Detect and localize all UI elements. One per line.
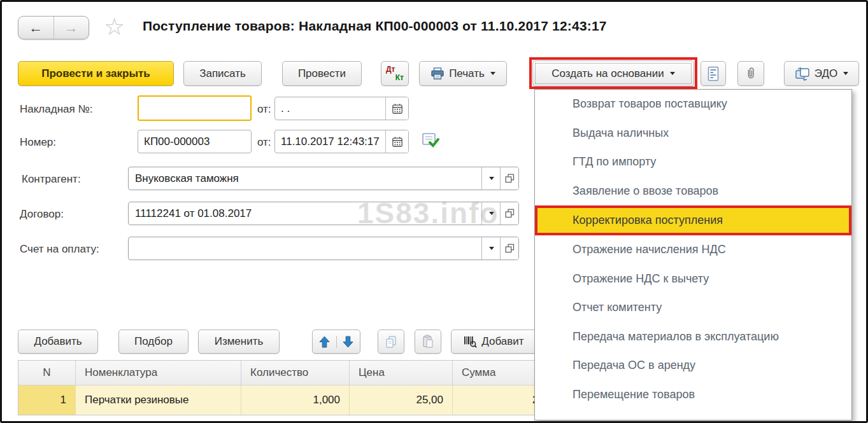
- window-goods-receipt: ← → ☆ Поступление товаров: Накладная КП0…: [0, 0, 868, 423]
- invoice-date-from-label: от:: [257, 103, 271, 116]
- number-date-calendar-button[interactable]: [385, 130, 408, 153]
- create-based-on-label: Создать на основании: [551, 67, 664, 80]
- blue-arrow-down-icon: [343, 336, 353, 348]
- counterparty-open-button[interactable]: [500, 167, 518, 190]
- arrow-left-icon: ←: [29, 20, 43, 36]
- attachments-button[interactable]: [737, 61, 764, 86]
- menu-item-receipt-adjustment[interactable]: Корректировка поступления: [535, 205, 851, 235]
- payment-invoice-input[interactable]: [129, 237, 481, 260]
- paste-row-button[interactable]: [415, 329, 441, 354]
- post-and-close-label: Провести и закрыть: [41, 67, 150, 80]
- number-date-from-label: от:: [257, 136, 271, 149]
- contract-open-button[interactable]: [500, 202, 518, 225]
- menu-item-vat-deduction[interactable]: Отражение НДС к вычету: [535, 265, 851, 294]
- create-based-on-menu: Возврат товаров поставщику Выдача наличн…: [534, 89, 852, 420]
- number-label: Номер:: [20, 136, 56, 149]
- menu-item-label: Выдача наличных: [573, 127, 669, 140]
- counterparty-dropdown-button[interactable]: [481, 167, 500, 190]
- print-label: Печать: [449, 67, 485, 80]
- menu-item-label: Перемещение товаров: [573, 388, 695, 401]
- page-title: Поступление товаров: Накладная КП00-0000…: [143, 18, 607, 34]
- payment-invoice-dropdown-button[interactable]: [481, 237, 500, 260]
- printer-icon: [430, 67, 445, 80]
- row-pick-button[interactable]: Подбор: [118, 329, 189, 354]
- payment-invoice-combo: [128, 237, 519, 260]
- menu-item-consignor-report[interactable]: Отчет комитенту: [535, 293, 851, 322]
- column-header-nomenclature[interactable]: Номенклатура: [76, 361, 241, 385]
- back-button[interactable]: ←: [18, 17, 54, 39]
- forward-button[interactable]: →: [54, 17, 89, 39]
- invoice-date-calendar-button[interactable]: [385, 97, 408, 120]
- menu-item-label: Отражение начисления НДС: [573, 243, 726, 256]
- arrow-right-icon: →: [64, 20, 78, 36]
- column-header-price[interactable]: Цена: [350, 361, 453, 385]
- blue-arrow-up-icon: [319, 336, 330, 348]
- row-add-button[interactable]: Добавить: [18, 329, 98, 354]
- cell-price: 25,00: [350, 385, 453, 415]
- menu-item-import-application[interactable]: Заявление о ввозе товаров: [535, 177, 851, 206]
- create-based-on-button[interactable]: Создать на основании: [532, 60, 694, 87]
- favorite-star-icon[interactable]: ☆: [104, 13, 125, 41]
- table-row[interactable]: 1 Перчатки резиновые 1,000 25,00 25: [18, 385, 554, 415]
- menu-item-fixed-assets-rent[interactable]: Передача ОС в аренду: [535, 351, 851, 380]
- menu-item-cash-issue[interactable]: Выдача наличных: [535, 119, 851, 148]
- invoice-date-value: . .: [281, 102, 290, 115]
- dtkt-postings-button[interactable]: Дт Кт: [381, 61, 409, 86]
- column-header-n[interactable]: N: [18, 361, 76, 385]
- move-up-button[interactable]: [313, 336, 337, 348]
- save-button[interactable]: Записать: [183, 61, 262, 86]
- document-movements-button[interactable]: [701, 61, 726, 86]
- posted-status-indicator: [421, 132, 440, 152]
- barcode-scanner-icon: [464, 335, 477, 348]
- menu-item-label: Передача материалов в эксплуатацию: [573, 330, 779, 343]
- open-form-icon: [505, 244, 515, 253]
- invoice-number-label: Накладная №:: [20, 103, 92, 116]
- chevron-down-icon: [843, 72, 848, 75]
- open-form-icon: [505, 174, 515, 183]
- menu-item-label: Отражение НДС к вычету: [573, 272, 709, 286]
- kt-label: Кт: [395, 73, 404, 82]
- payment-invoice-open-button[interactable]: [500, 237, 518, 260]
- print-button[interactable]: Печать: [419, 61, 507, 86]
- chevron-down-icon: [490, 72, 495, 75]
- menu-item-label: Передача ОС в аренду: [573, 359, 695, 372]
- move-down-button[interactable]: [337, 336, 360, 348]
- invoice-date-group: . .: [274, 97, 409, 120]
- edo-button[interactable]: ЭДО: [784, 61, 859, 86]
- row-add-label: Добавить: [34, 335, 82, 348]
- copy-row-button[interactable]: [378, 329, 404, 354]
- add-by-barcode-button[interactable]: Добавит: [451, 329, 537, 354]
- row-pick-label: Подбор: [134, 335, 173, 348]
- counterparty-input[interactable]: Внуковская таможня: [129, 167, 481, 190]
- menu-item-vat-accrual[interactable]: Отражение начисления НДС: [535, 235, 851, 265]
- invoice-number-input[interactable]: [138, 95, 252, 121]
- items-table: N Номенклатура Количество Цена Сумма 1 П…: [18, 360, 555, 415]
- counterparty-combo: Внуковская таможня: [128, 167, 519, 190]
- number-input[interactable]: КП00-000003: [138, 130, 252, 153]
- menu-item-materials-to-operation[interactable]: Передача материалов в эксплуатацию: [535, 322, 851, 352]
- post-button[interactable]: Провести: [282, 61, 362, 86]
- row-edit-button[interactable]: Изменить: [198, 329, 280, 354]
- menu-item-label: Заявление о ввозе товаров: [573, 184, 718, 198]
- nav-history-group: ← →: [18, 16, 89, 39]
- chevron-down-icon: [489, 247, 494, 250]
- number-date-input[interactable]: 11.10.2017 12:43:17: [275, 130, 385, 153]
- invoice-date-input[interactable]: . .: [275, 97, 385, 120]
- cell-n: 1: [18, 385, 76, 415]
- menu-item-import-declaration[interactable]: ГТД по импорту: [535, 148, 851, 177]
- menu-item-goods-transfer[interactable]: Перемещение товаров: [535, 380, 851, 410]
- site-watermark: 1S83.info: [357, 196, 499, 230]
- number-date-value: 11.10.2017 12:43:17: [281, 135, 380, 148]
- contract-label: Договор:: [20, 208, 64, 221]
- cell-quantity: 1,000: [241, 385, 350, 415]
- chevron-down-icon: [489, 177, 494, 180]
- menu-item-goods-return[interactable]: Возврат товаров поставщику: [535, 90, 851, 119]
- number-date-group: 11.10.2017 12:43:17: [274, 130, 409, 153]
- menu-item-label: Отчет комитенту: [573, 301, 662, 314]
- column-header-quantity[interactable]: Количество: [241, 361, 350, 385]
- post-and-close-button[interactable]: Провести и закрыть: [18, 61, 174, 86]
- cell-nomenclature: Перчатки резиновые: [76, 385, 241, 415]
- counterparty-label: Контрагент:: [22, 173, 81, 186]
- row-edit-label: Изменить: [215, 335, 264, 348]
- counterparty-value: Внуковская таможня: [135, 172, 239, 185]
